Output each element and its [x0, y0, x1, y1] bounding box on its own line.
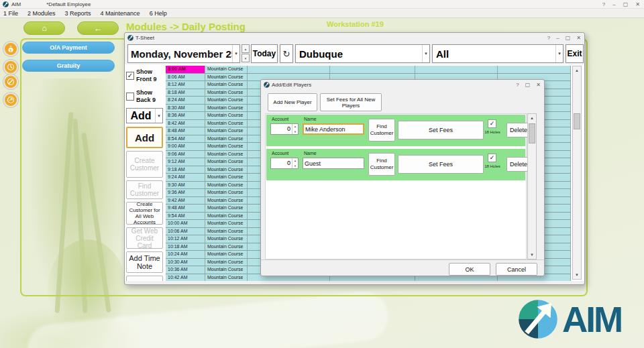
- add-split-dropdown[interactable]: Add ▾: [126, 108, 163, 123]
- find-customer-button[interactable]: Find Customer: [368, 153, 395, 176]
- chevron-down-icon[interactable]: ▾: [155, 109, 162, 123]
- teetime-cell[interactable]: 9:06 AM: [166, 151, 205, 159]
- course-cell[interactable]: Mountain Course: [205, 235, 248, 243]
- create-customer-for-all-web-accounts-button[interactable]: Create Customer for All Web Accounts: [126, 202, 163, 225]
- course-cell[interactable]: Mountain Course: [205, 143, 248, 151]
- dialog-help-icon[interactable]: ?: [516, 82, 519, 88]
- set-fees-all-button[interactable]: Set Fees for All New Players: [320, 93, 382, 111]
- maximize-icon[interactable]: ▢: [623, 0, 629, 9]
- course-filter-dropdown[interactable]: Dubuque ▾: [295, 44, 430, 63]
- course-cell[interactable]: Mountain Course: [205, 74, 248, 82]
- course-cell[interactable]: Mountain Course: [205, 105, 248, 113]
- teetime-cell[interactable]: 9:00 AM: [166, 143, 205, 151]
- course-cell[interactable]: Mountain Course: [205, 81, 248, 89]
- course-cell[interactable]: Mountain Course: [205, 127, 248, 135]
- account-stepper[interactable]: 0 ▲▼: [270, 158, 299, 169]
- menu-modules[interactable]: 2 Modules: [28, 10, 56, 17]
- menu-help[interactable]: 6 Help: [150, 10, 167, 17]
- player-slot-cell[interactable]: [330, 66, 415, 74]
- teetime-cell[interactable]: 8:48 AM: [166, 127, 205, 135]
- teetime-cell[interactable]: 10:12 AM: [166, 235, 205, 243]
- teetime-cell[interactable]: 10:06 AM: [166, 228, 205, 236]
- tsheet-maximize-icon[interactable]: ▢: [566, 35, 571, 41]
- course-cell[interactable]: Mountain Course: [205, 243, 248, 251]
- add-new-player-button[interactable]: Add New Player: [268, 93, 317, 111]
- player-slot-cell[interactable]: [415, 66, 498, 74]
- course-cell[interactable]: Mountain Course: [205, 228, 248, 236]
- teetime-cell[interactable]: 9:18 AM: [166, 166, 205, 174]
- home-button[interactable]: ⌂: [23, 21, 65, 35]
- teetime-cell[interactable]: 10:00 AM: [166, 220, 205, 228]
- account-stepper[interactable]: 0 ▲▼: [270, 123, 299, 135]
- teetime-cell[interactable]: 9:48 AM: [166, 205, 205, 213]
- stepper-down-icon[interactable]: ▼: [292, 129, 298, 135]
- scroll-down-icon[interactable]: ▼: [573, 271, 581, 279]
- chevron-down-icon[interactable]: ▾: [232, 45, 239, 62]
- teetime-cell[interactable]: 8:54 AM: [166, 135, 205, 143]
- find-customer-button[interactable]: Find Customer: [368, 119, 395, 141]
- add-time-note-button[interactable]: Add Time Note: [126, 251, 163, 273]
- set-fees-button[interactable]: Set Fees: [398, 121, 484, 139]
- course-cell[interactable]: Mountain Course: [205, 174, 248, 182]
- course-cell[interactable]: Mountain Course: [205, 151, 248, 159]
- scroll-up-icon[interactable]: ▲: [573, 66, 581, 74]
- teetime-cell[interactable]: 10:36 AM: [166, 266, 205, 274]
- add-day-button[interactable]: Add Day: [126, 276, 163, 281]
- player-slot-cell[interactable]: [498, 66, 571, 74]
- teetime-cell[interactable]: 10:30 AM: [166, 259, 205, 267]
- gratuity-button[interactable]: Gratuity: [22, 60, 115, 72]
- menu-maintenance[interactable]: 4 Maintenance: [101, 10, 140, 17]
- chevron-down-icon[interactable]: ▾: [422, 45, 429, 62]
- teetime-cell[interactable]: 8:24 AM: [166, 97, 205, 105]
- player-slot-cell[interactable]: [248, 66, 330, 74]
- view-filter-dropdown[interactable]: All ▾: [432, 44, 564, 63]
- tsheet-help-icon[interactable]: ?: [547, 35, 550, 41]
- course-cell[interactable]: Mountain Course: [205, 166, 248, 174]
- checkbox-unchecked-icon[interactable]: [126, 93, 134, 101]
- tsheet-close-icon[interactable]: ✕: [576, 35, 581, 41]
- exit-button[interactable]: Exit: [566, 44, 584, 63]
- ok-button[interactable]: OK: [449, 263, 490, 276]
- teetime-cell[interactable]: 8:42 AM: [166, 120, 205, 128]
- course-cell[interactable]: Mountain Course: [205, 189, 248, 197]
- player-name-input[interactable]: [303, 123, 364, 135]
- stepper-up-icon[interactable]: ▲: [292, 124, 298, 129]
- player-name-input[interactable]: [303, 158, 364, 169]
- account-value[interactable]: 0: [271, 158, 292, 168]
- teetime-cell[interactable]: 8:30 AM: [166, 105, 205, 113]
- add-button[interactable]: Add: [126, 127, 163, 148]
- teetime-cell[interactable]: 9:36 AM: [166, 189, 205, 197]
- scrollbar-thumb[interactable]: [529, 123, 535, 143]
- teetime-cell[interactable]: 9:42 AM: [166, 197, 205, 205]
- scrollbar-thumb[interactable]: [574, 113, 580, 129]
- course-cell[interactable]: Mountain Course: [205, 259, 248, 267]
- cancel-button[interactable]: Cancel: [496, 263, 537, 276]
- course-cell[interactable]: Mountain Course: [205, 120, 248, 128]
- course-cell[interactable]: Mountain Course: [205, 251, 248, 259]
- no-sale-icon[interactable]: [3, 74, 18, 89]
- scroll-down-icon[interactable]: ▼: [528, 251, 536, 259]
- money-bag-icon[interactable]: $: [3, 42, 18, 56]
- course-cell[interactable]: Mountain Course: [205, 135, 248, 143]
- show-back9-toggle[interactable]: Show Back 9: [126, 87, 163, 105]
- teetime-cell[interactable]: 9:30 AM: [166, 182, 205, 190]
- course-cell[interactable]: Mountain Course: [205, 89, 248, 97]
- course-cell[interactable]: Mountain Course: [205, 197, 248, 205]
- back-button[interactable]: ←: [77, 21, 119, 35]
- teetime-cell[interactable]: 8:00 AM: [166, 66, 205, 74]
- teetime-cell[interactable]: 10:24 AM: [166, 251, 205, 259]
- show-front9-toggle[interactable]: ✓ Show Front 9: [126, 66, 163, 84]
- teetime-cell[interactable]: 10:18 AM: [166, 243, 205, 251]
- teetime-cell[interactable]: 9:12 AM: [166, 158, 205, 166]
- dialog-titlebar[interactable]: Add/Edit Players ? ▢ ✕: [261, 80, 544, 90]
- holes-checkbox-checked[interactable]: ✓: [488, 154, 496, 162]
- course-cell[interactable]: Mountain Course: [205, 182, 248, 190]
- tsheet-scrollbar[interactable]: ▲ ▼: [572, 66, 582, 280]
- teetime-cell[interactable]: 9:54 AM: [166, 213, 205, 221]
- course-cell[interactable]: Mountain Course: [205, 205, 248, 213]
- course-cell[interactable]: Mountain Course: [205, 66, 248, 74]
- course-cell[interactable]: Mountain Course: [205, 213, 248, 221]
- stepper-down-icon[interactable]: ▼: [292, 164, 298, 169]
- tsheet-titlebar[interactable]: T-Sheet ? – ▢ ✕: [125, 33, 584, 43]
- clock-icon[interactable]: [3, 60, 18, 74]
